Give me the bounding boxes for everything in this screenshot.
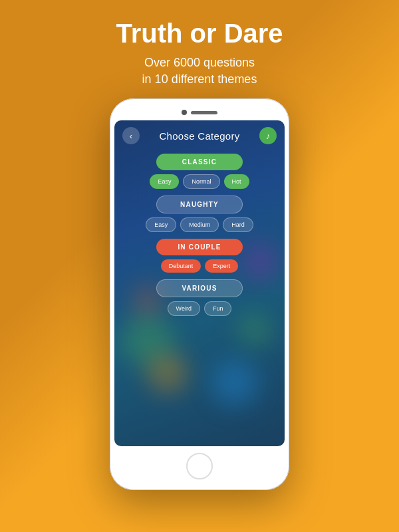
page-subtitle: Over 6000 questionsin 10 different theme… xyxy=(0,55,399,88)
naughty-easy-button[interactable]: Easy xyxy=(146,217,176,232)
bokeh-2 xyxy=(148,353,188,393)
category-classic: CLASSIC Easy Normal Hot xyxy=(124,154,275,189)
naughty-button[interactable]: NAUGHTY xyxy=(156,196,243,213)
home-button[interactable] xyxy=(186,453,213,479)
naughty-medium-button[interactable]: Medium xyxy=(180,217,219,232)
category-various: VARIOUS Weird Fun xyxy=(124,279,275,316)
couple-sub-buttons: Debutant Expert xyxy=(124,259,275,273)
various-button[interactable]: VARIOUS xyxy=(156,279,243,297)
category-couple: IN COUPLE Debutant Expert xyxy=(124,239,275,273)
classic-sub-buttons: Easy Normal Hot xyxy=(124,174,275,189)
phone-frame: ‹ Choose Category ♪ CLASSIC Easy Normal … xyxy=(110,98,289,490)
classic-hot-button[interactable]: Hot xyxy=(224,174,249,189)
classic-normal-button[interactable]: Normal xyxy=(183,174,219,189)
music-button[interactable]: ♪ xyxy=(259,127,277,144)
page-title: Truth or Dare xyxy=(0,19,399,48)
phone-mockup: ‹ Choose Category ♪ CLASSIC Easy Normal … xyxy=(110,98,289,490)
screen-title: Choose Category xyxy=(159,130,239,142)
screen-header: ‹ Choose Category ♪ xyxy=(114,120,285,148)
naughty-sub-buttons: Easy Medium Hard xyxy=(124,217,275,232)
couple-debutant-button[interactable]: Debutant xyxy=(161,259,201,273)
category-naughty: NAUGHTY Easy Medium Hard xyxy=(124,196,275,232)
couple-expert-button[interactable]: Expert xyxy=(205,259,238,273)
page-header: Truth or Dare Over 6000 questionsin 10 d… xyxy=(0,0,399,88)
back-button[interactable]: ‹ xyxy=(122,127,140,144)
bokeh-4 xyxy=(211,360,258,406)
various-weird-button[interactable]: Weird xyxy=(168,301,200,316)
speaker-icon xyxy=(191,111,217,114)
naughty-hard-button[interactable]: Hard xyxy=(223,217,253,232)
app-screen: ‹ Choose Category ♪ CLASSIC Easy Normal … xyxy=(114,120,285,446)
classic-easy-button[interactable]: Easy xyxy=(150,174,179,189)
various-sub-buttons: Weird Fun xyxy=(124,301,275,316)
classic-button[interactable]: CLASSIC xyxy=(156,154,243,170)
camera-icon xyxy=(182,110,187,115)
couple-button[interactable]: IN COUPLE xyxy=(156,239,243,255)
phone-top-bar xyxy=(114,106,285,120)
category-list: CLASSIC Easy Normal Hot NAUGHTY Easy Med… xyxy=(114,148,285,329)
various-fun-button[interactable]: Fun xyxy=(204,301,232,316)
